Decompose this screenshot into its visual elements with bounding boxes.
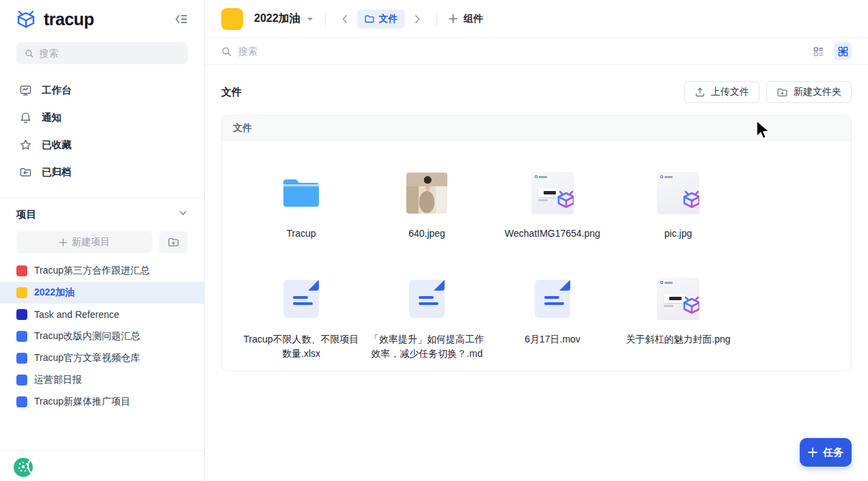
file-thumbnail [406,169,447,217]
sidebar-item-2[interactable]: 通知 [0,104,204,131]
search-icon [25,48,34,59]
project-color-swatch [16,265,27,276]
folder-icon [281,177,321,209]
project-item[interactable]: Tracup官方文章视频仓库 [0,347,204,369]
mini-tracup-logo [660,175,673,178]
bell-icon [19,111,32,124]
file-item[interactable]: 640.jpeg [364,169,490,241]
project-title-caret-icon[interactable] [306,15,314,23]
file-thumbnail [283,275,319,323]
brand-name: tracup [44,10,94,29]
sidebar-item-4[interactable]: 已归档 [0,158,204,186]
sidebar-menu: 工作台通知已收藏已归档 [0,71,204,188]
file-item[interactable]: 6月17日.mov [490,275,615,361]
project-color-swatch [16,396,27,407]
new-project-button[interactable]: 新建项目 [16,231,152,253]
upload-file-button[interactable]: 上传文件 [684,81,759,103]
project-color-swatch [16,309,27,320]
project-item[interactable]: 2022加油 [0,282,204,304]
avatar[interactable] [27,456,46,476]
project-item[interactable]: Tracup新媒体推广项目 [0,391,204,413]
grid-view-button[interactable] [834,42,852,60]
projects-header-label: 项目 [16,208,36,221]
file-name: 640.jpeg [408,227,445,241]
add-component-label: 组件 [464,12,484,25]
project-item[interactable]: 运营部日报 [0,369,204,391]
projects-section-header[interactable]: 项目 [0,199,204,230]
avatar-group[interactable] [12,456,46,476]
upload-icon [695,87,705,98]
nav-back-icon[interactable] [337,11,353,27]
project-color-swatch [16,375,27,385]
file-thumbnail [531,169,574,217]
chevron-down-icon[interactable] [178,208,188,220]
brand-row: tracup [0,0,204,38]
tab-files[interactable]: 文件 [357,10,405,29]
file-item[interactable]: Tracup不限人数、不限项目数量.xlsx [238,275,364,361]
mini-tracup-logo [660,281,673,284]
photo-thumbnail [406,173,447,214]
project-item[interactable]: Tracup改版内测问题汇总 [0,325,204,347]
new-task-fab-button[interactable]: 任务 [800,438,852,467]
file-name: 6月17日.mov [524,332,580,347]
plus-icon [59,238,68,247]
sidebar-search-input[interactable] [40,48,180,59]
grid-view-icon [837,46,849,57]
new-task-label: 任务 [823,446,843,459]
sidebar-item-3[interactable]: 已收藏 [0,131,204,158]
gradient-cube-icon [680,190,699,214]
image-thumbnail [657,278,699,320]
folder-plus-icon [167,236,180,248]
files-grid: Tracup640.jpegWechatIMG17654.pngpic.jpgT… [222,141,851,361]
page-actions: 上传文件 新建文件夹 [684,81,852,103]
new-project-folder-button[interactable] [159,231,188,253]
file-item[interactable]: Tracup [238,169,364,241]
plus-icon [448,14,458,24]
sidebar-item-1[interactable]: 工作台 [0,76,204,104]
new-project-row: 新建项目 [0,231,204,253]
new-folder-label: 新建文件夹 [794,86,841,98]
new-folder-button[interactable]: 新建文件夹 [766,81,852,103]
file-thumbnail [657,275,699,323]
project-item[interactable]: Task and Reference [0,304,204,325]
project-name: 2022加油 [34,287,74,299]
file-name: pic.jpg [664,227,692,241]
file-item[interactable]: 关于斜杠的魅力封面.png [615,275,741,361]
file-name: 「效率提升」如何提高工作效率，减少任务切换？.md [368,332,486,361]
view-toggles [809,42,852,60]
separator [436,12,437,26]
project-title: 2022加油 [254,12,300,26]
project-color-swatch [16,287,27,298]
sidebar-footer [0,450,204,481]
app-window: tracup 工作台通知已收藏已归档 项目 新建项目 [0,0,868,481]
sidebar-search[interactable] [16,42,188,64]
folder-plus-icon [776,87,788,98]
project-name: Tracup新媒体推广项目 [34,396,130,408]
sidebar-collapse-icon[interactable] [173,11,189,27]
project-color-icon[interactable] [221,8,243,30]
mini-tracup-logo [535,175,547,178]
file-item[interactable]: pic.jpg [615,169,741,241]
search-icon [221,46,232,57]
list-view-button[interactable] [809,42,827,60]
files-card: 文件 Tracup640.jpegWechatIMG17654.pngpic.j… [221,115,852,371]
file-thumbnail [409,275,445,323]
file-item[interactable]: 「效率提升」如何提高工作效率，减少任务切换？.md [364,275,490,361]
file-name: Tracup [286,227,316,241]
gradient-cube-icon [555,190,574,214]
page-title: 文件 [221,86,242,99]
sidebar-item-label: 已归档 [42,166,72,179]
project-item[interactable]: Tracup第三方合作跟进汇总 [0,260,204,282]
content-search-input[interactable] [238,46,809,57]
project-name: Tracup官方文章视频仓库 [34,352,140,364]
sidebar-item-label: 工作台 [42,84,72,97]
file-name: Tracup不限人数、不限项目数量.xlsx [242,332,360,361]
nav-forward-icon[interactable] [409,11,425,27]
file-item[interactable]: WechatIMG17654.png [490,169,615,241]
file-thumbnail [657,169,699,217]
document-icon [409,280,445,318]
project-name: Tracup第三方合作跟进汇总 [34,265,150,277]
plus-icon [808,448,817,457]
add-component-button[interactable]: 组件 [448,12,484,25]
files-page-header: 文件 上传文件 新建文件夹 [221,81,852,103]
